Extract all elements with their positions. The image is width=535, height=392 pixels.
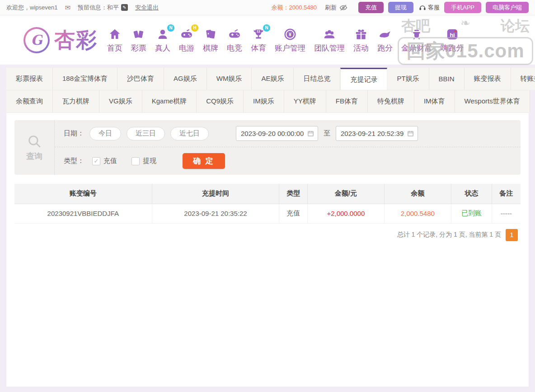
refresh-button[interactable]: 刷新 — [325, 4, 337, 12]
tab-日结总览[interactable]: 日结总览 — [294, 68, 340, 90]
tab-余额查询[interactable]: 余额查询 — [6, 90, 53, 112]
nav-label: 团队管理 — [314, 43, 345, 53]
gamepad-icon: H — [179, 27, 194, 42]
ding-icon — [409, 27, 424, 42]
quick-range-今日[interactable]: 今日 — [89, 127, 121, 140]
tab-转账报表[interactable]: 转账报表 — [511, 68, 535, 90]
nav-label: 嗨跑分 — [441, 43, 464, 53]
nav-item-团队管理[interactable]: 团队管理 — [313, 27, 346, 53]
nav-label: 账户管理 — [275, 43, 305, 53]
site-header: G 杏彩 首页彩票N真人H电游棋牌电竞11N体育¥账户管理团队管理活动跑分金鼎财… — [0, 15, 535, 65]
type-checkbox-提现[interactable]: 提现 — [131, 157, 156, 165]
nav-label: 电游 — [179, 43, 194, 53]
column-header-备注: 备注 — [492, 184, 521, 204]
tab-账变报表[interactable]: 账变报表 — [465, 68, 511, 90]
type-checkbox-充值[interactable]: ✓充值 — [92, 157, 117, 165]
tab-AE娱乐[interactable]: AE娱乐 — [252, 68, 294, 90]
quick-range-近七日[interactable]: 近七日 — [170, 127, 209, 140]
mail-icon[interactable]: ✉ — [65, 4, 70, 12]
tab-特兔棋牌[interactable]: 特兔棋牌 — [368, 90, 414, 112]
nav-label: 活动 — [353, 43, 369, 53]
tab-PT娱乐[interactable]: PT娱乐 — [387, 68, 429, 90]
tab-BBIN[interactable]: BBIN — [429, 68, 465, 90]
nav-item-账户管理[interactable]: ¥账户管理 — [273, 27, 307, 53]
column-header-充提时间: 充提时间 — [152, 184, 279, 204]
tab-WM娱乐[interactable]: WM娱乐 — [207, 68, 252, 90]
nav-item-嗨跑分[interactable]: hi嗨跑分 — [439, 27, 465, 53]
confirm-button[interactable]: 确 定 — [183, 153, 225, 169]
eye-off-icon[interactable] — [339, 4, 347, 12]
tab-IM娱乐[interactable]: IM娱乐 — [244, 90, 284, 112]
pc-client-button[interactable]: 电脑客户端 — [486, 2, 529, 13]
nav-label: 体育 — [251, 43, 266, 53]
nav-label: 棋牌 — [203, 43, 218, 53]
date-to-input[interactable]: 2023-09-21 20:52:39 — [336, 126, 418, 141]
logout-link[interactable]: 安全退出 — [135, 4, 159, 12]
nav-item-棋牌[interactable]: 棋牌 — [202, 27, 220, 53]
tab-VG娱乐[interactable]: VG娱乐 — [99, 90, 142, 112]
date-from-value: 2023-09-20 00:00:00 — [241, 130, 304, 137]
nav-item-跑分[interactable]: 跑分 — [376, 27, 394, 53]
records-table: 账变编号充提时间类型金额/元余额状态备注 20230921VBBIEDDJFA2… — [14, 184, 521, 224]
nav-item-金鼎财富[interactable]: 金鼎财富 — [400, 27, 433, 53]
tickets-icon — [131, 27, 146, 42]
cell-remark: ----- — [492, 204, 521, 223]
pagination-summary: 总计 1 个记录, 分为 1 页, 当前第 1 页 — [397, 231, 501, 239]
new-badge-icon: N — [263, 24, 270, 32]
column-header-余额: 余额 — [384, 184, 451, 204]
nav-item-活动[interactable]: 活动 — [352, 27, 370, 53]
nav-item-首页[interactable]: 首页 — [106, 27, 124, 53]
type-option-label: 充值 — [103, 157, 117, 165]
page-1-button[interactable]: 1 — [506, 229, 518, 241]
table-header-row: 账变编号充提时间类型金额/元余额状态备注 — [14, 184, 521, 204]
type-label: 类型： — [64, 157, 84, 165]
tab-188金宝博体育[interactable]: 188金宝博体育 — [53, 68, 117, 90]
tab-沙巴体育[interactable]: 沙巴体育 — [117, 68, 164, 90]
date-filter-row: 日期： 今日近三日近七日 2023-09-20 00:00:00 至 2023-… — [55, 120, 521, 147]
logo-flower-icon: G — [23, 27, 50, 53]
withdraw-button[interactable]: 提现 — [388, 2, 413, 13]
nav-item-电游[interactable]: H电游 — [178, 27, 196, 53]
svg-text:¥: ¥ — [289, 32, 292, 37]
site-logo[interactable]: G 杏彩 — [23, 26, 98, 54]
tab-Kgame棋牌[interactable]: Kgame棋牌 — [142, 90, 197, 112]
to-separator: 至 — [324, 129, 330, 138]
tab-充提记录[interactable]: 充提记录 — [340, 68, 387, 90]
content-panel: 彩票报表188金宝博体育沙巴体育AG娱乐WM娱乐AE娱乐日结总览充提记录PT娱乐… — [6, 68, 529, 387]
account-icon: ¥ — [282, 27, 298, 42]
query-column: 查询 — [14, 120, 54, 175]
tab-彩票报表[interactable]: 彩票报表 — [6, 68, 53, 90]
cell-balance: 2,000.5480 — [384, 204, 451, 223]
tab-CQ9娱乐[interactable]: CQ9娱乐 — [197, 90, 244, 112]
nav-item-彩票[interactable]: 彩票 — [130, 27, 148, 53]
nav-item-体育[interactable]: 11N体育 — [249, 27, 268, 53]
date-from-input[interactable]: 2023-09-20 00:00:00 — [236, 126, 318, 141]
nav-label: 真人 — [155, 43, 170, 53]
cell-time: 2023-09-21 20:35:22 — [152, 204, 279, 223]
mobile-app-button[interactable]: 手机APP — [444, 2, 481, 13]
nav-item-真人[interactable]: N真人 — [154, 27, 172, 53]
column-header-账变编号: 账变编号 — [14, 184, 152, 204]
svg-text:hi: hi — [450, 32, 455, 38]
cell-amount: +2,000.0000 — [308, 204, 385, 223]
nav-item-电竞[interactable]: 电竞 — [225, 27, 244, 53]
tab-FB体育[interactable]: FB体育 — [326, 90, 368, 112]
table-body: 20230921VBBIEDDJFA2023-09-21 20:35:22充值+… — [14, 204, 521, 223]
new-badge-icon: N — [167, 24, 174, 32]
cell-status: 已到账 — [451, 204, 492, 223]
tab-IM体育[interactable]: IM体育 — [414, 90, 455, 112]
customer-service-link[interactable]: 客服 — [419, 4, 440, 12]
calendar-icon — [407, 130, 414, 137]
gift-icon — [353, 27, 369, 42]
headset-icon — [419, 4, 426, 11]
tab-瓦力棋牌[interactable]: 瓦力棋牌 — [53, 90, 99, 112]
table-row: 20230921VBBIEDDJFA2023-09-21 20:35:22充值+… — [14, 204, 521, 223]
tab-Wesports世界体育[interactable]: Wesports世界体育 — [455, 90, 530, 112]
search-icon — [27, 134, 42, 149]
edit-icon[interactable]: ✎ — [121, 4, 128, 11]
quick-range-近三日[interactable]: 近三日 — [127, 127, 165, 140]
deposit-button[interactable]: 充值 — [358, 2, 384, 13]
tab-AG娱乐[interactable]: AG娱乐 — [164, 68, 207, 90]
live-dealer-icon: N — [155, 27, 170, 42]
tab-YY棋牌[interactable]: YY棋牌 — [284, 90, 326, 112]
